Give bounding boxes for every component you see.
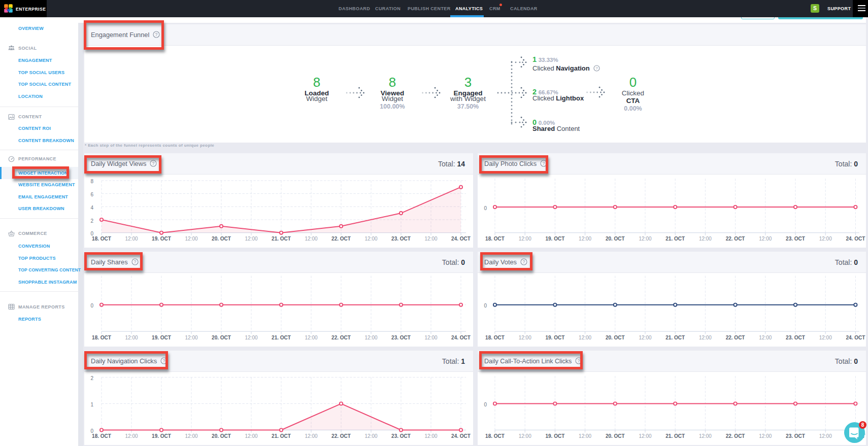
svg-text:12:00: 12:00 <box>819 335 832 340</box>
svg-text:12:00: 12:00 <box>305 236 317 242</box>
svg-text:12:00: 12:00 <box>699 433 712 439</box>
svg-text:19. OCT: 19. OCT <box>152 433 171 439</box>
svg-text:22. OCT: 22. OCT <box>726 335 745 340</box>
svg-text:12:00: 12:00 <box>125 433 138 439</box>
svg-text:24. OCT: 24. OCT <box>846 335 865 340</box>
svg-text:22. OCT: 22. OCT <box>726 433 745 439</box>
svg-text:22. OCT: 22. OCT <box>726 236 745 242</box>
svg-text:12:00: 12:00 <box>424 236 437 242</box>
svg-text:0: 0 <box>484 402 487 407</box>
svg-text:19. OCT: 19. OCT <box>152 236 171 242</box>
svg-text:21. OCT: 21. OCT <box>272 433 291 439</box>
svg-text:12:00: 12:00 <box>579 433 591 439</box>
svg-text:12:00: 12:00 <box>185 236 197 242</box>
svg-text:19. OCT: 19. OCT <box>546 433 565 439</box>
svg-text:12:00: 12:00 <box>364 335 377 340</box>
svg-text:12:00: 12:00 <box>245 236 257 242</box>
svg-text:6: 6 <box>90 192 93 197</box>
svg-text:12:00: 12:00 <box>579 236 591 242</box>
svg-text:23. OCT: 23. OCT <box>391 335 411 340</box>
svg-text:21. OCT: 21. OCT <box>272 335 291 340</box>
svg-text:12:00: 12:00 <box>699 236 712 242</box>
svg-text:2: 2 <box>90 375 93 381</box>
svg-text:12:00: 12:00 <box>424 433 437 439</box>
svg-text:21. OCT: 21. OCT <box>665 335 685 340</box>
svg-text:12:00: 12:00 <box>245 433 257 439</box>
svg-text:24. OCT: 24. OCT <box>451 335 471 340</box>
svg-text:0: 0 <box>484 303 487 308</box>
svg-text:24. OCT: 24. OCT <box>846 236 865 242</box>
svg-text:23. OCT: 23. OCT <box>786 236 805 242</box>
svg-text:23. OCT: 23. OCT <box>786 433 805 439</box>
svg-text:18. OCT: 18. OCT <box>92 335 111 340</box>
svg-text:24. OCT: 24. OCT <box>451 236 471 242</box>
svg-text:23. OCT: 23. OCT <box>786 335 805 340</box>
svg-text:20. OCT: 20. OCT <box>212 433 231 439</box>
svg-text:19. OCT: 19. OCT <box>152 335 171 340</box>
svg-text:12:00: 12:00 <box>185 335 197 340</box>
svg-text:1: 1 <box>90 402 93 407</box>
svg-text:21. OCT: 21. OCT <box>665 433 685 439</box>
svg-text:12:00: 12:00 <box>819 236 832 242</box>
svg-text:22. OCT: 22. OCT <box>331 433 351 439</box>
svg-text:23. OCT: 23. OCT <box>391 236 411 242</box>
svg-text:20. OCT: 20. OCT <box>212 236 231 242</box>
svg-text:4: 4 <box>90 205 93 211</box>
svg-text:12:00: 12:00 <box>125 236 138 242</box>
svg-text:18. OCT: 18. OCT <box>485 433 505 439</box>
svg-text:12:00: 12:00 <box>305 335 317 340</box>
svg-text:12:00: 12:00 <box>639 335 651 340</box>
svg-text:20. OCT: 20. OCT <box>606 236 625 242</box>
svg-text:21. OCT: 21. OCT <box>272 236 291 242</box>
svg-text:12:00: 12:00 <box>759 236 772 242</box>
svg-text:12:00: 12:00 <box>364 236 377 242</box>
svg-text:2: 2 <box>90 218 93 224</box>
svg-text:12:00: 12:00 <box>125 335 138 340</box>
svg-text:18. OCT: 18. OCT <box>485 236 505 242</box>
svg-text:19. OCT: 19. OCT <box>546 236 565 242</box>
svg-text:23. OCT: 23. OCT <box>391 433 411 439</box>
svg-text:19. OCT: 19. OCT <box>546 335 565 340</box>
svg-text:20. OCT: 20. OCT <box>606 335 625 340</box>
svg-text:12:00: 12:00 <box>759 335 772 340</box>
svg-text:12:00: 12:00 <box>305 433 317 439</box>
svg-text:12:00: 12:00 <box>639 236 651 242</box>
svg-text:22. OCT: 22. OCT <box>331 335 351 340</box>
svg-text:20. OCT: 20. OCT <box>606 433 625 439</box>
svg-text:12:00: 12:00 <box>519 433 531 439</box>
svg-text:21. OCT: 21. OCT <box>665 236 685 242</box>
svg-text:24. OCT: 24. OCT <box>451 433 471 439</box>
svg-text:12:00: 12:00 <box>579 335 591 340</box>
svg-text:12:00: 12:00 <box>639 433 651 439</box>
svg-text:12:00: 12:00 <box>424 335 437 340</box>
svg-text:12:00: 12:00 <box>364 433 377 439</box>
svg-text:12:00: 12:00 <box>819 433 832 439</box>
svg-text:12:00: 12:00 <box>699 335 712 340</box>
svg-text:0: 0 <box>90 303 93 308</box>
svg-text:12:00: 12:00 <box>759 433 772 439</box>
svg-text:22. OCT: 22. OCT <box>331 236 351 242</box>
svg-text:18. OCT: 18. OCT <box>92 236 111 242</box>
svg-text:12:00: 12:00 <box>519 335 531 340</box>
svg-text:20. OCT: 20. OCT <box>212 335 231 340</box>
svg-text:?: ? <box>595 66 598 71</box>
svg-text:12:00: 12:00 <box>519 236 531 242</box>
svg-text:18. OCT: 18. OCT <box>485 335 505 340</box>
svg-text:0: 0 <box>484 205 487 211</box>
svg-text:12:00: 12:00 <box>245 335 257 340</box>
svg-text:18. OCT: 18. OCT <box>92 433 111 439</box>
svg-text:8: 8 <box>90 179 93 184</box>
svg-text:12:00: 12:00 <box>185 433 197 439</box>
